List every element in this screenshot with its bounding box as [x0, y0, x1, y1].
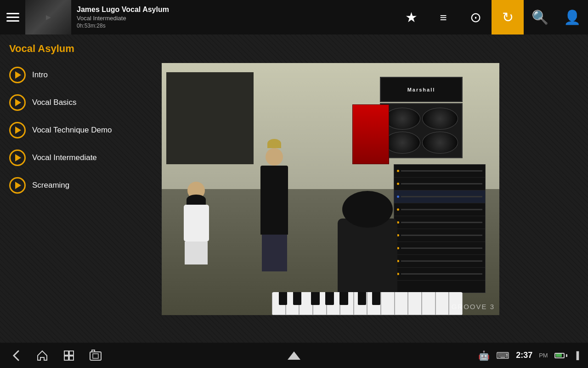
history-button[interactable]: ⊙: [459, 0, 492, 34]
top-icons: ★ ≡ ⊙ ↻ 🔍 👤: [395, 0, 588, 34]
video-frame: Marshall: [162, 63, 499, 315]
battery-fill: [556, 354, 562, 357]
watermark: GROOVE 3: [452, 303, 495, 310]
list-icon: ≡: [440, 12, 447, 23]
battery-body: [554, 353, 565, 358]
signal-icon: ▐: [574, 351, 579, 360]
bottom-bar: 🤖 ⌨ 2:37 PM ▐: [0, 343, 588, 368]
screenshot-icon: [89, 349, 102, 362]
playlist-label-vocal-intermediate: Vocal Intermediate: [32, 153, 97, 162]
video-container[interactable]: ⛶ ⛶ Marshall: [162, 63, 499, 315]
top-bar: ▶ James Lugo Vocal Asylum Vocal Intermed…: [0, 0, 588, 34]
recent-apps-icon: [62, 349, 75, 362]
lesson-title: Vocal Intermediate: [77, 15, 390, 22]
usb-icon: ⌨: [496, 350, 509, 361]
speaker-4: [422, 132, 458, 154]
bottom-right-status: 🤖 ⌨ 2:37 PM ▐: [478, 350, 579, 361]
playlist-label-intro: Intro: [32, 70, 48, 80]
title-area: James Lugo Vocal Asylum Vocal Intermedia…: [71, 6, 395, 29]
play-icon-intro: [9, 67, 26, 83]
profile-icon: 👤: [564, 9, 581, 25]
time-display: 2:37: [516, 351, 532, 360]
marshall-amp: Marshall: [380, 77, 472, 158]
play-icon-vocal-technique-demo: [9, 122, 26, 138]
search-icon: 🔍: [531, 9, 548, 25]
profile-button[interactable]: 👤: [556, 0, 588, 34]
svg-rect-5: [92, 350, 95, 352]
back-arrow-icon: [9, 349, 22, 362]
course-title: James Lugo Vocal Asylum: [77, 6, 390, 14]
playlist-item-vocal-basics[interactable]: Vocal Basics: [0, 89, 162, 116]
battery-tip: [566, 354, 567, 357]
back-button[interactable]: [9, 349, 22, 362]
android-icon: 🤖: [478, 350, 490, 361]
battery-indicator: [554, 353, 567, 358]
menu-button[interactable]: [0, 0, 25, 34]
bottom-left-icons: [9, 349, 102, 362]
playlist-item-vocal-intermediate[interactable]: Vocal Intermediate: [0, 144, 162, 172]
recent-apps-button[interactable]: [62, 349, 75, 362]
amp-cab: [380, 103, 463, 158]
star-icon: ★: [405, 9, 418, 25]
course-thumbnail: ▶: [25, 0, 71, 34]
home-button[interactable]: [36, 349, 49, 362]
rack-unit-2: [394, 178, 485, 190]
svg-rect-4: [90, 352, 101, 360]
svg-rect-3: [69, 356, 74, 360]
clock-icon: ⊙: [470, 9, 481, 25]
speaker-1: [384, 108, 420, 130]
play-icon-vocal-intermediate: [9, 150, 26, 166]
home-icon: [36, 349, 49, 362]
favorite-button[interactable]: ★: [395, 0, 427, 34]
sitting-person: [175, 182, 217, 264]
playlist-item-intro[interactable]: Intro: [0, 61, 162, 89]
acoustic-panel: [166, 72, 254, 164]
svg-rect-1: [69, 351, 74, 355]
amp-head: Marshall: [380, 77, 463, 102]
speaker-2: [422, 108, 458, 130]
duration: 0h:53m:28s: [77, 23, 390, 29]
svg-rect-0: [64, 351, 68, 355]
playlist-item-screaming[interactable]: Screaming: [0, 172, 162, 199]
sidebar-title: Vocal Asylum: [0, 34, 162, 61]
speaker-3: [384, 132, 420, 154]
play-icon-vocal-basics: [9, 94, 26, 111]
sync-button[interactable]: ↻: [492, 0, 524, 34]
playlist-label-screaming: Screaming: [32, 181, 69, 190]
playlist-label-vocal-technique-demo: Vocal Technique Demo: [32, 126, 112, 135]
search-button[interactable]: 🔍: [524, 0, 556, 34]
svg-rect-2: [64, 356, 68, 360]
red-cabinet: [352, 104, 389, 164]
chevron-up-icon[interactable]: [288, 351, 300, 360]
rack-unit-1: [394, 165, 485, 178]
keyboard-player: [272, 191, 463, 315]
sidebar: Vocal Asylum Intro Vocal Basics Vocal Te…: [0, 34, 162, 343]
playlist-button[interactable]: ≡: [427, 0, 459, 34]
bottom-center: [288, 351, 300, 360]
video-area: ⛶ ⛶ Marshall: [124, 34, 588, 343]
sync-icon: ↻: [502, 9, 514, 25]
playlist-label-vocal-basics: Vocal Basics: [32, 98, 76, 107]
play-icon-screaming: [9, 177, 26, 194]
screenshot-button[interactable]: [89, 349, 102, 362]
time-ampm: PM: [539, 352, 548, 359]
svg-rect-6: [93, 354, 98, 358]
playlist-item-vocal-technique-demo[interactable]: Vocal Technique Demo: [0, 116, 162, 144]
